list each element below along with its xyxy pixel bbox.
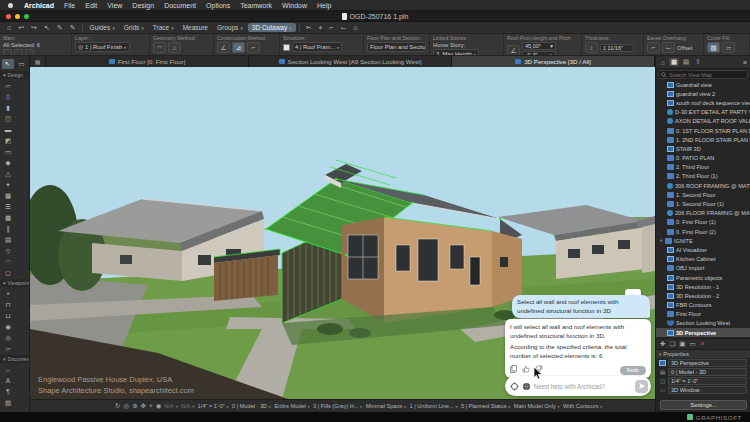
- tab-options-button[interactable]: ▦: [30, 56, 46, 67]
- tool-text[interactable]: A: [2, 376, 15, 386]
- pan-icon[interactable]: ✥: [141, 402, 146, 410]
- toolbar-grids-button[interactable]: Grids▾: [120, 23, 148, 32]
- tree-item-206-floor-framing-mate-line[interactable]: 206 FLOOR FRAMING @ MATE LINE: [656, 209, 750, 218]
- tool-marquee[interactable]: ▭: [16, 59, 28, 69]
- hamburger-menu-icon[interactable]: ≡: [743, 59, 747, 66]
- tool-worksheet[interactable]: ▱: [2, 344, 15, 354]
- tree-item-kitchen-cabinet[interactable]: Kitchen Cabinet: [656, 255, 750, 264]
- tree-item-2-third-floor[interactable]: 2. Third Floor: [656, 163, 750, 172]
- toolbar-corner2-icon[interactable]: ⌙: [338, 24, 350, 32]
- toolbar-redo-icon[interactable]: ↪: [28, 24, 40, 32]
- chat-settings-icon[interactable]: [510, 377, 519, 395]
- tree-item-guardrail-view[interactable]: Guardrail view: [656, 80, 750, 89]
- menu-item-help[interactable]: Help: [312, 2, 336, 9]
- thickness-field[interactable]: 1 11/16": [600, 44, 634, 52]
- home-story-dropdown[interactable]: 3. Max Height▸: [433, 49, 479, 55]
- tree-item-2-third-floor-1[interactable]: 2. Third Floor (1): [656, 172, 750, 181]
- tool-window[interactable]: ◫: [2, 114, 15, 124]
- tree-item-306-roof-framing-mate-line[interactable]: 306 ROOF FRAMING @ MATE LINE: [656, 181, 750, 190]
- tree-item-0-first-floor-2[interactable]: 0. First Floor (2): [656, 227, 750, 236]
- copy-icon[interactable]: [510, 365, 517, 376]
- tool-lamp[interactable]: ✦: [2, 180, 15, 190]
- toolbar-measure-button[interactable]: Measure: [179, 23, 212, 32]
- 3d-viewport[interactable]: Englewood Passive House Duplex, USA Shap…: [30, 67, 655, 399]
- status-n-a[interactable]: N/A▾: [181, 403, 195, 409]
- tree-item-0-1st-floor-stair-plan-detail[interactable]: 0. 1ST FLOOR STAIR PLAN DETAIL: [656, 126, 750, 135]
- tool-label[interactable]: ¶: [2, 387, 15, 397]
- toolbar-3d-cutaway-button[interactable]: 3D Cutaway▾: [248, 23, 296, 32]
- status-5-planned-status[interactable]: 5 | Planned Status▸: [461, 403, 511, 409]
- tool-section[interactable]: ⌖: [2, 289, 15, 299]
- tree-item-obj-import[interactable]: OBJ Import: [656, 264, 750, 273]
- tool-stair[interactable]: ☰: [2, 202, 15, 212]
- screen-icon[interactable]: ▭: [689, 340, 695, 348]
- tool-zone[interactable]: ▩: [2, 213, 15, 223]
- tab-first-floor[interactable]: First Floor [0. First Floor]: [46, 56, 249, 67]
- status-with-contours[interactable]: With Contours▸: [563, 403, 603, 409]
- delete-icon[interactable]: ✕: [700, 340, 705, 348]
- tab-section-looking-west[interactable]: Section Looking West [A9 Section Looking…: [249, 56, 452, 67]
- tree-item-3d-perspective[interactable]: 3D Perspective: [656, 328, 750, 337]
- info-layer-dropdown[interactable]: ◎1 | Roof Finish▸: [75, 42, 130, 52]
- tool-opening[interactable]: ◻: [2, 268, 15, 278]
- menu-item-options[interactable]: Options: [201, 2, 235, 9]
- tool-railing[interactable]: ∥: [2, 224, 15, 234]
- tree-item-south-roof-deck-sequence-view[interactable]: south roof deck sequence view: [656, 98, 750, 107]
- layout-book-icon[interactable]: ▤: [681, 58, 691, 66]
- tree-item-0-first-floor-1[interactable]: 0. First Floor (1): [656, 218, 750, 227]
- toolbar-undo-icon[interactable]: ↩: [15, 24, 27, 32]
- thumbs-up-icon[interactable]: [522, 365, 530, 376]
- tree-item-axon-detail-at-roof-valley-eas[interactable]: AXON DETAIL AT ROOF VALLEY EAS...: [656, 117, 750, 126]
- menu-item-view[interactable]: View: [102, 2, 127, 9]
- toolbar-picker-icon[interactable]: ⌖: [316, 24, 326, 32]
- status-1-uniform-line[interactable]: 1 | Uniform Line...▸: [410, 403, 458, 409]
- pitch-field[interactable]: 45,00°▾: [522, 42, 556, 50]
- status-entire-model[interactable]: Entire Model▸: [274, 403, 310, 409]
- toolbar-house-icon[interactable]: ⌂: [351, 24, 361, 31]
- tree-item-guardrail-view-2[interactable]: guardrail view 2: [656, 89, 750, 98]
- store-folder-icon[interactable]: ▣: [679, 340, 685, 348]
- tool-mesh[interactable]: ▦: [2, 191, 15, 201]
- tool-morph[interactable]: ◇: [2, 246, 15, 256]
- toolbar-pencil-icon[interactable]: ✎: [54, 24, 66, 32]
- fill-roof-icon[interactable]: ▨: [707, 42, 720, 53]
- tool-curtain-wall[interactable]: ▤: [2, 235, 15, 245]
- menu-item-design[interactable]: Design: [127, 2, 159, 9]
- tree-item-ignite[interactable]: ▾IGNITE: [656, 236, 750, 245]
- main-tool-icon[interactable]: [3, 49, 12, 55]
- tool-door[interactable]: ▯: [2, 92, 15, 102]
- method-a-icon[interactable]: ∠: [217, 42, 230, 53]
- status-minimal-space[interactable]: Minimal Space▸: [366, 403, 407, 409]
- tool-dimension[interactable]: ↔: [2, 365, 15, 375]
- tool-roof[interactable]: △: [2, 169, 15, 179]
- tool-fill[interactable]: ▨: [2, 398, 15, 408]
- redo-button[interactable]: Redo: [620, 366, 646, 375]
- tool-detail[interactable]: ◎: [2, 333, 15, 343]
- tree-item-parametric-objects[interactable]: Parametric objects: [656, 273, 750, 282]
- zoom-in-icon[interactable]: ⊕: [132, 402, 137, 410]
- add-viewpoint-icon[interactable]: ✚: [660, 340, 665, 348]
- menu-item-document[interactable]: Document: [159, 2, 201, 9]
- tree-item-d-30-ext-detail-at-party-wall-e[interactable]: D-30 EXT DETAIL AT PARTY WALL E...: [656, 108, 750, 117]
- tree-item-section-looking-west[interactable]: Section Looking West: [656, 319, 750, 328]
- toolbar-home-icon[interactable]: ⌂: [4, 24, 14, 31]
- tree-item-3d-resolution-1[interactable]: 3D Resolution - 1: [656, 282, 750, 291]
- tree-item-3d-resolution-2[interactable]: 3D Resolution - 2: [656, 291, 750, 300]
- settings-button[interactable]: Settings...: [660, 400, 747, 410]
- method-c-icon[interactable]: ⌐: [247, 42, 260, 53]
- toolbar-guides-button[interactable]: Guides▾: [86, 23, 119, 32]
- tool-camera[interactable]: ◉: [2, 322, 15, 332]
- tool-arrow[interactable]: ↖: [2, 59, 14, 69]
- status-main-model-only[interactable]: Main Model Only▸: [514, 403, 560, 409]
- main-tool-icon[interactable]: [25, 49, 34, 55]
- globe-icon[interactable]: [522, 377, 531, 395]
- toolbar-corner1-icon[interactable]: ⌐: [327, 24, 337, 31]
- magnify-icon[interactable]: ◉: [156, 402, 162, 410]
- tree-item-ai-visualizer[interactable]: AI Visualizer: [656, 245, 750, 254]
- apple-menu-icon[interactable]: [8, 3, 13, 8]
- send-button[interactable]: [635, 380, 648, 393]
- toolbar-groups-button[interactable]: Groups▾: [213, 23, 247, 32]
- tool-object[interactable]: ◆: [2, 158, 15, 168]
- tree-item-fbr-contours[interactable]: FBR Contours: [656, 301, 750, 310]
- tool-shell[interactable]: ◠: [2, 257, 15, 267]
